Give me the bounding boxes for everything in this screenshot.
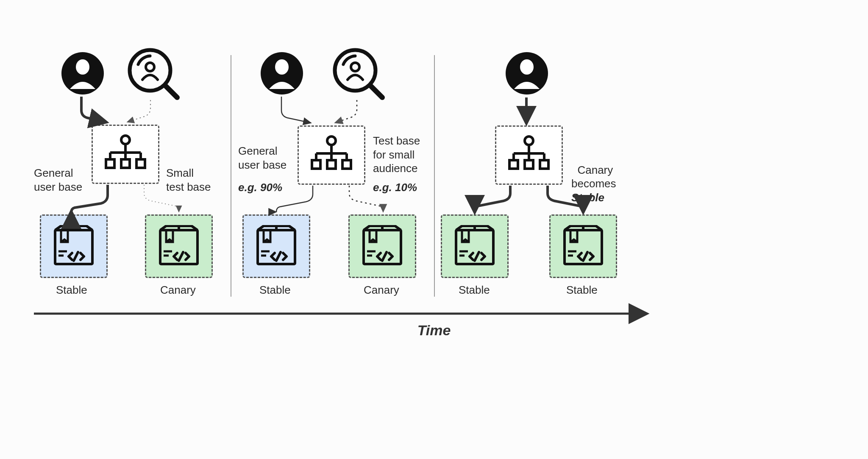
phase2-left-label-em: e.g. 90%	[238, 181, 282, 195]
phase3-right-label-text: Canary becomes	[571, 164, 616, 190]
phase1-right-label: Small test base	[166, 166, 211, 194]
package-box-canary	[145, 214, 213, 278]
phase2-right-label: Test base for small audience	[373, 134, 420, 175]
package-box-stable	[40, 214, 108, 278]
package-box-stable	[242, 214, 310, 278]
phase3-right-label: Canary becomes Stable	[571, 149, 616, 204]
load-balancer-box	[298, 125, 365, 185]
user-icon	[259, 50, 305, 97]
load-balancer-box	[495, 125, 563, 185]
time-axis-label: Time	[417, 322, 451, 339]
phase2-left-label: General user base	[238, 144, 287, 172]
phase2-right-pkg-label: Canary	[364, 283, 399, 297]
phase3-right-pkg-label: Stable	[566, 283, 598, 297]
phase1-left-label: General user base	[34, 166, 82, 194]
phase2-left-pkg-label: Stable	[259, 283, 291, 297]
package-box-stable-right	[549, 214, 617, 278]
load-balancer-box	[92, 125, 159, 184]
phase3-left-pkg-label: Stable	[459, 283, 490, 297]
user-search-icon	[125, 46, 181, 101]
divider-1	[231, 55, 231, 297]
divider-2	[434, 55, 435, 297]
phase1-right-pkg-label: Canary	[160, 283, 196, 297]
user-icon	[59, 50, 106, 97]
user-icon	[504, 50, 550, 97]
user-search-icon	[331, 46, 386, 101]
package-box-canary	[348, 214, 416, 278]
package-box-stable-left	[441, 214, 509, 278]
phase2-right-label-em: e.g. 10%	[373, 181, 417, 195]
phase3-right-label-em: Stable	[571, 191, 604, 204]
phase1-left-pkg-label: Stable	[56, 283, 87, 297]
